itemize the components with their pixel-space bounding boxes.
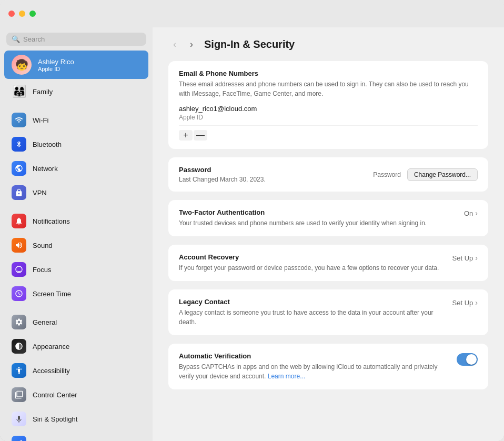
password-card: Password Last Changed March 30, 2023. Pa…	[168, 157, 488, 192]
sidebar-item-family[interactable]: 👨‍👩‍👧 Family	[4, 80, 148, 103]
account-recovery-row: Account Recovery If you forget your pass…	[179, 253, 478, 273]
accessibility-icon	[12, 363, 26, 378]
back-button[interactable]: ‹	[168, 38, 181, 51]
account-recovery-section[interactable]: Account Recovery If you forget your pass…	[168, 245, 488, 281]
avatar-emoji: 🧒	[15, 58, 28, 71]
account-recovery-chevron: ›	[475, 254, 478, 262]
sidebar-item-siri[interactable]: Siri & Spotlight	[4, 407, 148, 430]
sidebar-item-network[interactable]: Network	[4, 157, 148, 180]
account-recovery-title: Account Recovery	[179, 253, 446, 261]
sidebar-item-bluetooth[interactable]: Bluetooth	[4, 133, 148, 156]
network-label: Network	[33, 165, 58, 173]
email-phone-section: Email & Phone Numbers These email addres…	[168, 61, 488, 149]
family-text: Family	[33, 88, 53, 96]
legacy-contact-status[interactable]: Set Up ›	[452, 298, 478, 307]
titlebar	[0, 0, 504, 27]
wifi-label: Wi-Fi	[33, 116, 48, 124]
email-phone-desc: These email addresses and phone numbers …	[179, 79, 478, 98]
notifications-label: Notifications	[33, 217, 70, 225]
appearance-label: Appearance	[33, 343, 69, 350]
content-area: ‹ › Sign-In & Security Email & Phone Num…	[153, 27, 504, 441]
auto-verify-title: Automatic Verification	[179, 352, 448, 360]
password-title: Password	[179, 166, 367, 174]
two-factor-status[interactable]: On ›	[464, 208, 478, 217]
siri-label: Siri & Spotlight	[33, 415, 77, 423]
change-password-button[interactable]: Change Password...	[407, 168, 478, 181]
legacy-contact-title: Legacy Contact	[179, 298, 446, 306]
sidebar-item-screentime[interactable]: Screen Time	[4, 282, 148, 305]
remove-email-button[interactable]: —	[194, 130, 207, 141]
bluetooth-label: Bluetooth	[33, 141, 62, 148]
profile-sublabel: Apple ID	[38, 66, 74, 72]
account-recovery-main: Account Recovery If you forget your pass…	[179, 253, 446, 273]
email-address: ashley_rico1@icloud.com	[179, 105, 478, 113]
legacy-contact-chevron: ›	[475, 298, 478, 307]
sound-label: Sound	[33, 242, 53, 249]
search-placeholder: Search	[23, 35, 45, 43]
account-recovery-status[interactable]: Set Up ›	[452, 253, 478, 262]
two-factor-row: Two-Factor Authentication Your trusted d…	[179, 208, 478, 228]
auto-verify-toggle[interactable]	[457, 353, 478, 366]
two-factor-section[interactable]: Two-Factor Authentication Your trusted d…	[168, 200, 488, 236]
forward-button[interactable]: ›	[185, 38, 198, 51]
password-section: Password Last Changed March 30, 2023. Pa…	[168, 157, 488, 192]
sidebar-item-accessibility[interactable]: Accessibility	[4, 359, 148, 382]
account-recovery-card: Account Recovery If you forget your pass…	[168, 245, 488, 281]
sidebar-item-vpn[interactable]: VPN	[4, 181, 148, 204]
main-window: 🔍 Search 🧒 Ashley Rico Apple ID 👨‍👩‍👧 Fa…	[0, 0, 504, 441]
privacy-icon	[12, 436, 26, 441]
siri-icon	[12, 412, 26, 426]
controlcenter-icon	[12, 387, 26, 402]
account-recovery-status-text: Set Up	[452, 254, 473, 262]
privacy-label: Privacy & Security	[33, 439, 88, 442]
auto-verify-text: Automatic Verification Bypass CAPTCHAs i…	[179, 352, 448, 381]
profile-text: Ashley Rico Apple ID	[38, 58, 74, 72]
main-content: 🔍 Search 🧒 Ashley Rico Apple ID 👨‍👩‍👧 Fa…	[0, 27, 504, 441]
legacy-contact-desc: A legacy contact is someone you trust to…	[179, 308, 446, 327]
sidebar-item-sound[interactable]: Sound	[4, 234, 148, 257]
auto-verify-desc-text: Bypass CAPTCHAs in apps and on the web b…	[179, 363, 438, 380]
content-header: ‹ › Sign-In & Security	[168, 38, 488, 51]
network-icon	[12, 161, 26, 176]
password-label-right: Password	[373, 171, 401, 178]
maximize-button[interactable]	[29, 11, 36, 17]
general-label: General	[33, 318, 57, 326]
profile-name: Ashley Rico	[38, 58, 74, 66]
two-factor-status-text: On	[464, 209, 473, 217]
account-recovery-desc: If you forget your password or device pa…	[179, 263, 446, 273]
screentime-label: Screen Time	[33, 290, 71, 298]
avatar: 🧒	[12, 55, 32, 75]
search-icon: 🔍	[12, 35, 20, 43]
password-meta: Password Change Password...	[373, 168, 478, 181]
legacy-contact-status-text: Set Up	[452, 299, 473, 307]
legacy-contact-section[interactable]: Legacy Contact A legacy contact is someo…	[168, 289, 488, 335]
traffic-lights	[8, 11, 36, 17]
search-bar[interactable]: 🔍 Search	[6, 33, 146, 46]
add-email-button[interactable]: +	[179, 130, 193, 141]
focus-label: Focus	[33, 266, 51, 274]
sidebar-item-profile[interactable]: 🧒 Ashley Rico Apple ID	[4, 51, 148, 79]
minimize-button[interactable]	[19, 11, 25, 17]
appearance-icon	[12, 339, 26, 354]
password-date: Last Changed March 30, 2023.	[179, 176, 367, 183]
sidebar-item-general[interactable]: General	[4, 310, 148, 334]
apple-id-label: Apple ID	[179, 114, 478, 121]
sidebar-item-privacy[interactable]: Privacy & Security	[4, 432, 148, 441]
sidebar-item-appearance[interactable]: Appearance	[4, 335, 148, 358]
two-factor-desc: Your trusted devices and phone numbers a…	[179, 218, 458, 228]
sidebar-item-notifications[interactable]: Notifications	[4, 209, 148, 233]
sidebar: 🔍 Search 🧒 Ashley Rico Apple ID 👨‍👩‍👧 Fa…	[0, 27, 153, 441]
close-button[interactable]	[8, 11, 15, 17]
sound-icon	[12, 238, 26, 253]
sidebar-item-focus[interactable]: Focus	[4, 258, 148, 281]
password-info: Password Last Changed March 30, 2023.	[179, 166, 367, 183]
learn-more-link[interactable]: Learn more...	[268, 373, 305, 380]
sidebar-item-controlcenter[interactable]: Control Center	[4, 383, 148, 406]
legacy-contact-card: Legacy Contact A legacy contact is someo…	[168, 289, 488, 335]
page-title: Sign-In & Security	[204, 38, 295, 51]
focus-icon	[12, 262, 26, 277]
sidebar-item-wifi[interactable]: Wi-Fi	[4, 108, 148, 132]
vpn-label: VPN	[33, 189, 47, 197]
email-phone-card: Email & Phone Numbers These email addres…	[168, 61, 488, 149]
password-row: Password Last Changed March 30, 2023. Pa…	[179, 166, 478, 183]
